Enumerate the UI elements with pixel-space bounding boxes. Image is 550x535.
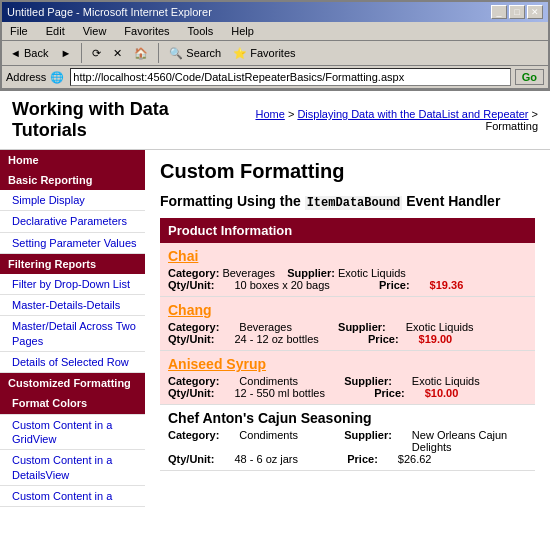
page-area: Home Basic Reporting Simple Display Decl…: [0, 150, 550, 535]
price-label-chef-anton: Price:: [347, 453, 378, 465]
sidebar-item-details-selected[interactable]: Details of Selected Row: [0, 352, 145, 373]
minimize-button[interactable]: _: [491, 5, 507, 19]
refresh-button[interactable]: ⟳: [88, 45, 105, 62]
go-button[interactable]: Go: [515, 69, 544, 85]
qty-label-aniseed: Qty/Unit:: [168, 387, 214, 399]
sidebar-item-custom-content[interactable]: Custom Content in a: [0, 486, 145, 507]
breadcrumb-home[interactable]: Home: [255, 108, 284, 120]
price-chai: $19.36: [430, 279, 464, 291]
menu-view[interactable]: View: [79, 24, 111, 38]
product-qty-aniseed: Qty/Unit: 12 - 550 ml bottles Price: $10…: [168, 387, 527, 399]
sidebar-item-declarative-parameters[interactable]: Declarative Parameters: [0, 211, 145, 232]
sidebar-item-custom-detailsview[interactable]: Custom Content in a DetailsView: [0, 450, 145, 486]
address-icon: 🌐: [50, 71, 64, 84]
product-name-chang[interactable]: Chang: [168, 302, 527, 318]
menu-help[interactable]: Help: [227, 24, 258, 38]
supplier-chef-anton: New Orleans Cajun Delights: [412, 429, 527, 453]
category-aniseed: Condiments: [239, 375, 298, 387]
product-details-aniseed: Category: Condiments Supplier: Exotic Li…: [168, 375, 527, 387]
forward-button[interactable]: ►: [56, 45, 75, 61]
qty-label-chef-anton: Qty/Unit:: [168, 453, 214, 465]
breadcrumb-sep2: >: [529, 108, 538, 120]
breadcrumb-sep1: >: [285, 108, 298, 120]
address-input[interactable]: [70, 68, 510, 86]
product-item-chang: Chang Category: Beverages Supplier: Exot…: [160, 297, 535, 351]
product-item-chef-anton: Chef Anton's Cajun Seasoning Category: C…: [160, 405, 535, 471]
window-title: Untitled Page - Microsoft Internet Explo…: [7, 6, 212, 18]
home-button[interactable]: 🏠: [130, 45, 152, 62]
close-button[interactable]: ✕: [527, 5, 543, 19]
price-label-chang: Price:: [368, 333, 399, 345]
sidebar-item-setting-parameter[interactable]: Setting Parameter Values: [0, 233, 145, 254]
section-code: ItemDataBound: [305, 196, 403, 210]
qty-label-chang: Qty/Unit:: [168, 333, 214, 345]
qty-chef-anton: 48 - 6 oz jars: [234, 453, 298, 465]
product-name-chef-anton[interactable]: Chef Anton's Cajun Seasoning: [168, 410, 527, 426]
category-label-chai: Category:: [168, 267, 219, 279]
category-chai: Beverages: [222, 267, 275, 279]
supplier-label-chef-anton: Supplier:: [344, 429, 392, 453]
main-content: Custom Formatting Formatting Using the I…: [145, 150, 550, 535]
toolbar-separator-1: [81, 43, 82, 63]
supplier-label-chang: Supplier:: [338, 321, 386, 333]
back-button[interactable]: ◄ Back: [6, 45, 52, 61]
sidebar-item-filter-dropdown[interactable]: Filter by Drop-Down List: [0, 274, 145, 295]
sidebar-item-simple-display[interactable]: Simple Display: [0, 190, 145, 211]
product-section-header: Product Information: [160, 218, 535, 243]
supplier-label-aniseed: Supplier:: [344, 375, 392, 387]
maximize-button[interactable]: □: [509, 5, 525, 19]
breadcrumb-current: Formatting: [485, 120, 538, 132]
address-bar: Address 🌐 Go: [2, 66, 548, 89]
product-item-chai: Chai Category: Beverages Supplier: Exoti…: [160, 243, 535, 297]
product-name-chai[interactable]: Chai: [168, 248, 527, 264]
menu-edit[interactable]: Edit: [42, 24, 69, 38]
supplier-label-chai: Supplier:: [287, 267, 335, 279]
category-label-chef-anton: Category:: [168, 429, 219, 453]
price-label-chai: Price:: [379, 279, 410, 291]
stop-button[interactable]: ✕: [109, 45, 126, 62]
supplier-aniseed: Exotic Liquids: [412, 375, 480, 387]
menu-favorites[interactable]: Favorites: [120, 24, 173, 38]
sidebar-section-basic-reporting: Basic Reporting: [0, 170, 145, 190]
category-chef-anton: Condiments: [239, 429, 298, 453]
sidebar-item-master-details[interactable]: Master-Details-Details: [0, 295, 145, 316]
address-label: Address: [6, 71, 46, 83]
qty-chang: 24 - 12 oz bottles: [234, 333, 318, 345]
qty-label-chai: Qty/Unit:: [168, 279, 214, 291]
favorites-button[interactable]: ⭐ Favorites: [229, 45, 299, 62]
sidebar-item-custom-gridview[interactable]: Custom Content in a GridView: [0, 415, 145, 451]
site-title: Working with Data Tutorials: [12, 99, 228, 141]
section-heading: Formatting Using the ItemDataBound Event…: [160, 193, 535, 210]
sidebar-item-format-colors[interactable]: Format Colors: [0, 393, 145, 414]
category-chang: Beverages: [239, 321, 292, 333]
title-bar: Untitled Page - Microsoft Internet Explo…: [2, 2, 548, 22]
category-label-chang: Category:: [168, 321, 219, 333]
product-details-chai: Category: Beverages Supplier: Exotic Liq…: [168, 267, 527, 279]
page-title: Custom Formatting: [160, 160, 535, 183]
category-label-aniseed: Category:: [168, 375, 219, 387]
breadcrumb: Home > Displaying Data with the DataList…: [228, 108, 538, 132]
menu-tools[interactable]: Tools: [184, 24, 218, 38]
product-name-aniseed[interactable]: Aniseed Syrup: [168, 356, 527, 372]
breadcrumb-link[interactable]: Displaying Data with the DataList and Re…: [297, 108, 528, 120]
price-label-aniseed: Price:: [374, 387, 405, 399]
product-qty-chai: Qty/Unit: 10 boxes x 20 bags Price: $19.…: [168, 279, 527, 291]
menu-bar: File Edit View Favorites Tools Help: [2, 22, 548, 41]
sidebar-home[interactable]: Home: [0, 150, 145, 170]
product-details-chang: Category: Beverages Supplier: Exotic Liq…: [168, 321, 527, 333]
price-chang: $19.00: [419, 333, 453, 345]
window-controls: _ □ ✕: [491, 5, 543, 19]
search-button[interactable]: 🔍 Search: [165, 45, 225, 62]
sidebar-item-master-detail-pages[interactable]: Master/Detail Across Two Pages: [0, 316, 145, 352]
section-heading2: Event Handler: [406, 193, 500, 209]
section-heading-text: Formatting Using the: [160, 193, 301, 209]
sidebar-section-filtering-reports: Filtering Reports: [0, 254, 145, 274]
menu-file[interactable]: File: [6, 24, 32, 38]
price-aniseed: $10.00: [425, 387, 459, 399]
qty-chai: 10 boxes x 20 bags: [234, 279, 329, 291]
product-detail-left-chai: Category: Beverages Supplier: Exotic Liq…: [168, 267, 527, 279]
product-item-aniseed: Aniseed Syrup Category: Condiments Suppl…: [160, 351, 535, 405]
sidebar: Home Basic Reporting Simple Display Decl…: [0, 150, 145, 535]
page-header: Working with Data Tutorials Home > Displ…: [0, 91, 550, 150]
toolbar-separator-2: [158, 43, 159, 63]
